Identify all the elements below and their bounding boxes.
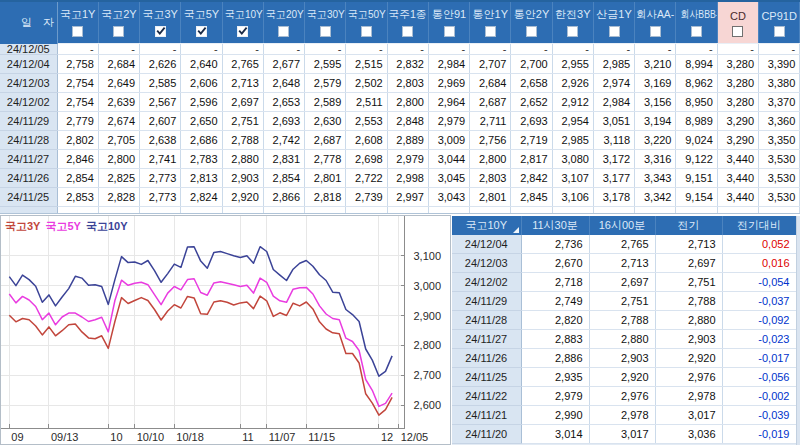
detail-row-date: 24/11/29 bbox=[452, 292, 521, 311]
column-header-산금1Y[interactable]: 산금1Y bbox=[593, 2, 634, 23]
yield-cell: 2,684 bbox=[470, 74, 511, 93]
series-checkbox-통안2Y[interactable] bbox=[526, 26, 537, 37]
detail-row-date: 24/11/26 bbox=[452, 349, 521, 368]
column-header-국고5Y[interactable]: 국고5Y bbox=[181, 2, 222, 23]
column-header-통안91[interactable]: 통안91 bbox=[428, 2, 469, 23]
series-checkbox-국고2Y[interactable] bbox=[113, 26, 124, 37]
series-checkbox-한전3Y[interactable] bbox=[567, 26, 578, 37]
series-checkbox-국고1Y[interactable] bbox=[72, 26, 83, 37]
yield-cell: 2,698 bbox=[346, 150, 387, 169]
series-checkbox-국고50Y[interactable] bbox=[361, 26, 372, 37]
yield-cell: 2,511 bbox=[346, 93, 387, 112]
series-checkbox-통안1Y[interactable] bbox=[485, 26, 496, 37]
yield-cell: 2,842 bbox=[511, 169, 552, 188]
yield-cell: - bbox=[57, 44, 98, 55]
column-header-국고20Y[interactable]: 국고20Y bbox=[263, 2, 304, 23]
yield-cell: 2,677 bbox=[263, 55, 304, 74]
detail-row-date: 24/12/02 bbox=[452, 273, 521, 292]
yield-row: 24/12/022,7542,6392,5672,5962,6972,6532,… bbox=[0, 93, 800, 112]
column-header-회사BBB-[interactable]: 회사BBB- bbox=[676, 2, 717, 23]
column-header-국고30Y[interactable]: 국고30Y bbox=[305, 2, 346, 23]
column-header-통안2Y[interactable]: 통안2Y bbox=[511, 2, 552, 23]
series-checkbox-국고5Y[interactable] bbox=[196, 26, 207, 37]
yield-cell: - bbox=[305, 44, 346, 55]
yield-cell: 3,370 bbox=[759, 93, 800, 112]
detail-row: 24/11/203,0143,0173,036-0,019 bbox=[452, 425, 796, 444]
series-checkbox-국주1종[interactable] bbox=[402, 26, 413, 37]
detail-row: 24/11/222,9792,9762,978-0,002 bbox=[452, 387, 796, 406]
yield-cell: 2,818 bbox=[305, 188, 346, 207]
detail-row: 24/11/262,8862,9032,920-0,017 bbox=[452, 349, 796, 368]
column-header-한전3Y[interactable]: 한전3Y bbox=[552, 2, 593, 23]
column-checkbox-cell bbox=[181, 23, 222, 44]
y-tick-label: 2,700 bbox=[414, 369, 442, 381]
series-checkbox-통안91[interactable] bbox=[444, 26, 455, 37]
series-checkbox-국고20Y[interactable] bbox=[278, 26, 289, 37]
series-checkbox-국고30Y[interactable] bbox=[320, 26, 331, 37]
y-tick-label: 3,000 bbox=[414, 280, 442, 292]
column-header-국주1종[interactable]: 국주1종 bbox=[387, 2, 428, 23]
column-header-국고3Y[interactable]: 국고3Y bbox=[140, 2, 181, 23]
series-checkbox-산금1Y[interactable] bbox=[609, 26, 620, 37]
yield-cell: 2,639 bbox=[98, 93, 139, 112]
detail-cell-1600: 2,903 bbox=[589, 349, 655, 368]
series-checkbox-국고3Y[interactable] bbox=[155, 26, 166, 37]
yield-cell: 2,800 bbox=[387, 93, 428, 112]
column-header-CP91D[interactable]: CP91D bbox=[759, 2, 800, 23]
detail-cell-change: -0,002 bbox=[722, 387, 796, 406]
detail-column-header-2[interactable]: 16시00분 bbox=[589, 216, 655, 235]
x-tick-label: 10/10 bbox=[137, 431, 165, 443]
yield-cell: - bbox=[428, 44, 469, 55]
detail-row: 24/11/282,8202,7882,880-0,092 bbox=[452, 311, 796, 330]
detail-column-header-3[interactable]: 전기 bbox=[655, 216, 722, 235]
column-header-국고50Y[interactable]: 국고50Y bbox=[346, 2, 387, 23]
column-header-국고2Y[interactable]: 국고2Y bbox=[98, 2, 139, 23]
column-header-국고1Y[interactable]: 국고1Y bbox=[57, 2, 98, 23]
yield-cell: 3,045 bbox=[428, 169, 469, 188]
detail-cell-1600: 2,788 bbox=[589, 311, 655, 330]
detail-column-header-0[interactable]: 국고10Y bbox=[452, 216, 521, 235]
legend-item-국고10Y: 국고10Y bbox=[86, 220, 128, 232]
yield-cell: 2,705 bbox=[98, 131, 139, 150]
series-checkbox-CP91D[interactable] bbox=[774, 26, 785, 37]
yield-cell: 2,903 bbox=[222, 169, 263, 188]
column-header-통안1Y[interactable]: 통안1Y bbox=[470, 2, 511, 23]
legend-item-국고5Y: 국고5Y bbox=[45, 220, 80, 232]
yield-cell: 3,440 bbox=[717, 169, 758, 188]
detail-vscrollbar[interactable] bbox=[796, 216, 800, 445]
detail-column-header-1[interactable]: 11시30분 bbox=[521, 216, 589, 235]
yield-cell: 2,608 bbox=[346, 131, 387, 150]
series-checkbox-CD[interactable] bbox=[732, 26, 743, 37]
yield-cell: 3,210 bbox=[635, 55, 676, 74]
series-checkbox-국고10Y[interactable] bbox=[237, 26, 248, 37]
x-tick-label: 10 bbox=[110, 431, 122, 443]
yield-cell: 3,177 bbox=[593, 169, 634, 188]
column-checkbox-cell bbox=[346, 23, 387, 44]
detail-cell-change: 0,016 bbox=[722, 254, 796, 273]
yield-cell: 9,024 bbox=[676, 131, 717, 150]
yield-cell: 2,630 bbox=[305, 112, 346, 131]
detail-row-date: 24/12/03 bbox=[452, 254, 521, 273]
detail-cell-1130: 2,979 bbox=[521, 387, 589, 406]
detail-row: 24/12/032,6702,7132,6970,016 bbox=[452, 254, 796, 273]
detail-cell-prev: 2,976 bbox=[655, 368, 722, 387]
detail-column-header-4[interactable]: 전기대비 bbox=[722, 216, 796, 235]
detail-cell-1600: 2,880 bbox=[589, 330, 655, 349]
detail-cell-change: -0,054 bbox=[722, 273, 796, 292]
yield-row-date: 24/11/27 bbox=[0, 150, 57, 169]
yield-cell: 2,553 bbox=[346, 112, 387, 131]
series-checkbox-회사AA-[interactable] bbox=[650, 26, 661, 37]
yield-cell: 3,220 bbox=[635, 131, 676, 150]
series-checkbox-회사BBB-[interactable] bbox=[691, 26, 702, 37]
yield-cell: 2,758 bbox=[57, 55, 98, 74]
column-header-CD[interactable]: CD bbox=[717, 2, 758, 23]
column-header-회사AA-[interactable]: 회사AA- bbox=[635, 2, 676, 23]
yield-cell: 3,342 bbox=[635, 188, 676, 207]
detail-cell-1600: 2,751 bbox=[589, 292, 655, 311]
column-header-국고10Y[interactable]: 국고10Y bbox=[222, 2, 263, 23]
yield-table: 일 자국고1Y국고2Y국고3Y국고5Y국고10Y국고20Y국고30Y국고50Y국… bbox=[0, 2, 800, 214]
column-checkbox-cell bbox=[593, 23, 634, 44]
yield-cell: 3,172 bbox=[593, 150, 634, 169]
yield-cell: 2,648 bbox=[263, 74, 304, 93]
detail-table-panel: 국고10Y11시30분16시00분전기전기대비 24/12/042,7362,7… bbox=[452, 216, 800, 445]
